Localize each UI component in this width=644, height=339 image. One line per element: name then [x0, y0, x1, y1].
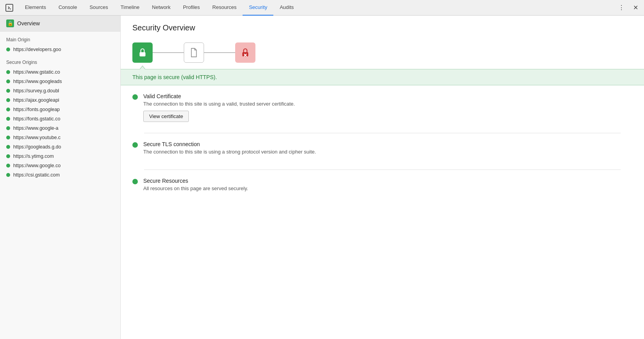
origin-dot — [6, 48, 10, 51]
security-items: Valid Certificate The connection to this… — [121, 85, 644, 214]
main-origin-title: Main Origin — [0, 32, 120, 45]
certificate-content: Valid Certificate The connection to this… — [143, 93, 295, 122]
sidebar: 🔒 Overview Main Origin https://developer… — [0, 16, 121, 339]
tab-sources[interactable]: Sources — [83, 0, 114, 16]
secure-origins-title: Secure Origins — [0, 54, 120, 67]
list-item[interactable]: https://fonts.gstatic.co — [0, 114, 120, 124]
overview-lock-icon: 🔒 — [6, 19, 14, 27]
sidebar-overview[interactable]: 🔒 Overview — [0, 16, 120, 32]
secure-banner: This page is secure (valid HTTPS). — [121, 69, 644, 85]
origin-url: https://ajax.googleapi — [13, 97, 59, 103]
content-header: Security Overview — [121, 16, 644, 39]
document-icon — [184, 42, 204, 63]
origin-url: https://googleads.g.do — [13, 144, 61, 150]
origin-url: https://fonts.gstatic.co — [13, 116, 60, 122]
origin-dot — [6, 136, 10, 139]
secure-banner-text: This page is secure (valid HTTPS). — [132, 74, 217, 80]
svg-rect-1 — [139, 52, 145, 56]
origin-dot — [6, 173, 10, 177]
list-item[interactable]: https://www.googleads — [0, 77, 120, 86]
origin-url: https://www.youtube.c — [13, 135, 61, 140]
main-layout: 🔒 Overview Main Origin https://developer… — [0, 16, 644, 339]
certificate-desc: The connection to this site is using a v… — [143, 101, 295, 107]
secure-lock-icon — [132, 42, 153, 63]
origin-dot — [6, 89, 10, 93]
origin-url: https://www.google.co — [13, 163, 61, 168]
tls-title: Secure TLS connection — [143, 141, 316, 147]
sidebar-overview-label: Overview — [17, 20, 40, 26]
security-item-resources: Secure Resources All resources on this p… — [132, 178, 632, 195]
view-certificate-button[interactable]: View certificate — [143, 111, 189, 122]
resources-title: Secure Resources — [143, 178, 248, 184]
toolbar: Elements Console Sources Timeline Networ… — [0, 0, 644, 16]
origin-url: https://www.google-a — [13, 125, 58, 131]
valid-dot — [132, 94, 138, 100]
diagram-connector-1 — [153, 52, 184, 53]
page-title: Security Overview — [132, 23, 632, 32]
resources-desc: All resources on this page are served se… — [143, 185, 248, 191]
more-button[interactable]: ⋮ — [616, 2, 627, 13]
tab-timeline[interactable]: Timeline — [114, 0, 146, 16]
main-origin-url: https://developers.goo — [13, 47, 61, 52]
tab-network[interactable]: Network — [146, 0, 177, 16]
security-diagram — [121, 39, 644, 69]
tls-desc: The connection to this site is using a s… — [143, 149, 316, 155]
origin-dot — [6, 117, 10, 121]
tab-profiles[interactable]: Profiles — [177, 0, 206, 16]
insecure-lock-icon — [235, 42, 255, 63]
list-item[interactable]: https://csi.gstatic.com — [0, 170, 120, 180]
origin-dot — [6, 154, 10, 158]
tab-resources[interactable]: Resources — [206, 0, 243, 16]
origin-url: https://csi.gstatic.com — [13, 172, 60, 178]
devtools-logo — [3, 2, 16, 14]
origin-dot — [6, 108, 10, 111]
tab-audits[interactable]: Audits — [273, 0, 300, 16]
content-area: Security Overview — [121, 16, 644, 339]
list-item[interactable]: https://fonts.googleap — [0, 105, 120, 114]
close-button[interactable]: ✕ — [630, 2, 641, 13]
list-item[interactable]: https://s.ytimg.com — [0, 152, 120, 161]
list-item[interactable]: https://ajax.googleapi — [0, 95, 120, 105]
tls-content: Secure TLS connection The connection to … — [143, 141, 316, 159]
origin-dot — [6, 70, 10, 74]
origin-dot — [6, 164, 10, 168]
list-item[interactable]: https://www.google.co — [0, 161, 120, 170]
list-item[interactable]: https://www.google-a — [0, 124, 120, 133]
origin-url: https://survey.g.doubl — [13, 88, 59, 94]
list-item[interactable]: https://www.youtube.c — [0, 133, 120, 142]
origin-url: https://fonts.googleap — [13, 107, 60, 112]
resources-dot — [132, 179, 138, 184]
origin-url: https://www.googleads — [13, 79, 62, 84]
resources-content: Secure Resources All resources on this p… — [143, 178, 248, 195]
tab-console[interactable]: Console — [52, 0, 83, 16]
divider-1 — [144, 133, 621, 133]
security-item-tls: Secure TLS connection The connection to … — [132, 141, 632, 159]
diagram-connector-2 — [204, 52, 235, 53]
list-item[interactable]: https://googleads.g.do — [0, 142, 120, 152]
tab-security[interactable]: Security — [243, 0, 273, 16]
origin-dot — [6, 98, 10, 102]
security-item-certificate: Valid Certificate The connection to this… — [132, 93, 632, 122]
sidebar-item-main-origin[interactable]: https://developers.goo — [0, 45, 120, 54]
list-item[interactable]: https://survey.g.doubl — [0, 86, 120, 95]
origin-dot — [6, 79, 10, 83]
origin-dot — [6, 126, 10, 130]
tls-dot — [132, 142, 138, 148]
list-item[interactable]: https://www.gstatic.co — [0, 67, 120, 77]
origin-url: https://s.ytimg.com — [13, 154, 54, 159]
divider-2 — [144, 170, 621, 170]
certificate-title: Valid Certificate — [143, 93, 295, 99]
svg-rect-2 — [242, 52, 248, 56]
tab-elements[interactable]: Elements — [19, 0, 52, 16]
origin-dot — [6, 145, 10, 149]
toolbar-actions: ⋮ ✕ — [616, 2, 641, 13]
origin-url: https://www.gstatic.co — [13, 69, 60, 75]
